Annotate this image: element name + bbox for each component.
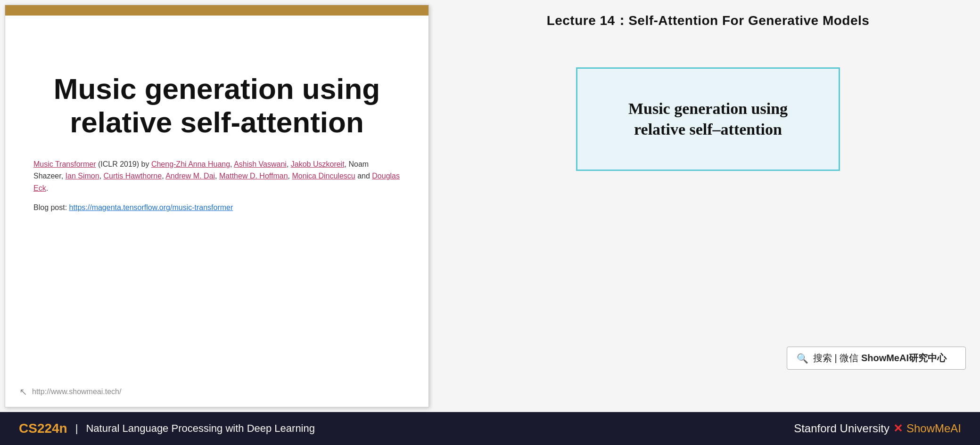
cursor-icon: ↖ xyxy=(19,386,27,397)
thumbnail-box: Music generation using relative self–att… xyxy=(576,67,840,171)
footer-url: http://www.showmeai.tech/ xyxy=(32,388,121,396)
search-text: 搜索 | 微信 ShowMeAI研究中心 xyxy=(813,352,947,364)
blog-label: Blog post: xyxy=(33,203,67,211)
search-brand: ShowMeAI研究中心 xyxy=(861,353,947,363)
author-dai[interactable]: Andrew M. Dai xyxy=(165,172,215,180)
slide-main-title: Music generation using relative self-att… xyxy=(33,72,400,139)
slide-body: Music generation using relative self-att… xyxy=(5,16,428,407)
author-hawthorne[interactable]: Curtis Hawthorne xyxy=(104,172,162,180)
x-mark: ✕ xyxy=(893,422,903,435)
slide-top-bar xyxy=(5,5,428,16)
bottom-bar: CS224n | Natural Language Processing wit… xyxy=(0,412,980,445)
author-hoffman[interactable]: Matthew D. Hoffman xyxy=(219,172,288,180)
university-name: Stanford University xyxy=(794,422,889,435)
bottom-left: CS224n | Natural Language Processing wit… xyxy=(19,421,315,436)
slide-blog: Blog post: https://magenta.tensorflow.or… xyxy=(33,203,400,212)
blog-link[interactable]: https://magenta.tensorflow.org/music-tra… xyxy=(69,203,233,211)
author-vaswani[interactable]: Ashish Vaswani xyxy=(234,160,287,168)
search-bar[interactable]: 🔍 搜索 | 微信 ShowMeAI研究中心 xyxy=(787,347,966,370)
course-code: CS224n xyxy=(19,421,67,436)
main-content: Music generation using relative self-att… xyxy=(0,0,980,412)
showmeai-brand: ShowMeAI xyxy=(906,422,961,435)
search-prefix: 搜索 | 微信 xyxy=(813,353,861,363)
author-huang[interactable]: Cheng-Zhi Anna Huang xyxy=(151,160,230,168)
author-simon[interactable]: Ian Simon xyxy=(66,172,99,180)
search-icon: 🔍 xyxy=(797,353,808,364)
reference-detail: (ICLR 2019) by xyxy=(98,160,149,168)
slide-panel: Music generation using relative self-att… xyxy=(5,5,429,407)
author-uszkoreit[interactable]: Jakob Uszkoreit xyxy=(291,160,345,168)
lecture-title: Lecture 14：Self-Attention For Generative… xyxy=(445,5,971,39)
slide-footer: ↖ http://www.showmeai.tech/ xyxy=(19,386,121,397)
thumbnail-line1: Music generation using xyxy=(628,100,788,117)
paper-link[interactable]: Music Transformer xyxy=(33,160,96,168)
thumbnail-line2: relative self–attention xyxy=(634,121,782,138)
right-panel: Lecture 14：Self-Attention For Generative… xyxy=(436,0,980,412)
bottom-right: Stanford University ✕ ShowMeAI xyxy=(794,422,961,435)
thumbnail-text: Music generation using relative self–att… xyxy=(628,98,788,140)
course-name: Natural Language Processing with Deep Le… xyxy=(86,422,315,435)
slide-reference: Music Transformer (ICLR 2019) by Cheng-Z… xyxy=(33,158,400,194)
divider: | xyxy=(75,422,78,435)
author-dinculescu[interactable]: Monica Dinculescu xyxy=(292,172,355,180)
